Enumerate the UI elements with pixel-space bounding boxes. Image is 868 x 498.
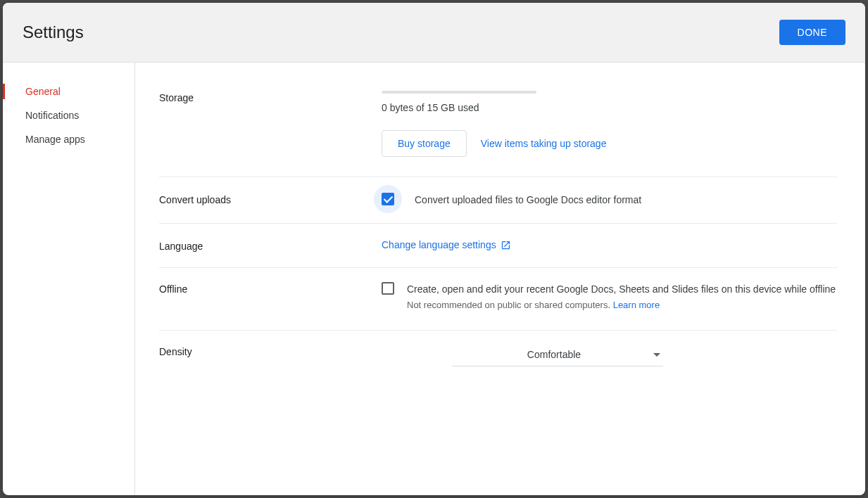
change-language-link[interactable]: Change language settings	[382, 239, 511, 250]
settings-dialog: Settings DONE General Notifications Mana…	[3, 3, 865, 495]
sidebar-item-notifications[interactable]: Notifications	[3, 103, 134, 127]
settings-sidebar: General Notifications Manage apps	[3, 63, 135, 495]
learn-more-link[interactable]: Learn more	[613, 300, 660, 310]
buy-storage-button[interactable]: Buy storage	[382, 130, 467, 157]
section-body: Comfortable	[382, 345, 837, 366]
storage-usage-text: 0 bytes of 15 GB used	[382, 102, 837, 113]
section-language: Language Change language settings	[159, 224, 837, 268]
settings-content: Storage 0 bytes of 15 GB used Buy storag…	[135, 63, 865, 495]
storage-progress-bar	[382, 91, 536, 94]
section-body: Create, open and edit your recent Google…	[382, 282, 837, 310]
hint-text: Not recommended on public or shared comp…	[407, 300, 613, 310]
section-label: Offline	[159, 282, 382, 310]
section-label: Language	[159, 239, 382, 252]
section-label: Density	[159, 345, 382, 366]
convert-uploads-checkbox[interactable]	[382, 193, 394, 205]
section-convert-uploads: Convert uploads Convert uploaded files t…	[159, 177, 837, 224]
offline-checkbox[interactable]	[382, 282, 394, 295]
dialog-body: General Notifications Manage apps Storag…	[3, 63, 865, 495]
check-icon	[386, 196, 391, 203]
section-offline: Offline Create, open and edit your recen…	[159, 268, 837, 331]
sidebar-item-label: Notifications	[25, 110, 79, 121]
section-label: Storage	[159, 91, 382, 157]
external-link-icon	[501, 240, 511, 250]
convert-uploads-option: Convert uploaded files to Google Docs ed…	[382, 193, 837, 208]
dialog-title: Settings	[23, 23, 84, 42]
section-density: Density Comfortable	[159, 331, 837, 386]
sidebar-item-label: General	[25, 86, 61, 97]
sidebar-item-label: Manage apps	[25, 134, 85, 145]
offline-hint: Not recommended on public or shared comp…	[407, 300, 837, 310]
section-body: Convert uploaded files to Google Docs ed…	[382, 193, 837, 208]
checkbox-label: Create, open and edit your recent Google…	[407, 282, 837, 297]
section-body: 0 bytes of 15 GB used Buy storage View i…	[382, 91, 837, 157]
done-button[interactable]: DONE	[779, 20, 845, 45]
view-storage-items-link[interactable]: View items taking up storage	[481, 138, 607, 149]
checkbox-focus-halo	[374, 185, 402, 213]
density-dropdown[interactable]: Comfortable	[452, 345, 663, 366]
dialog-header: Settings DONE	[3, 3, 865, 63]
section-label: Convert uploads	[159, 193, 382, 208]
checkbox-label: Convert uploaded files to Google Docs ed…	[415, 193, 641, 208]
offline-option: Create, open and edit your recent Google…	[382, 282, 837, 310]
storage-actions: Buy storage View items taking up storage	[382, 130, 837, 157]
chevron-down-icon	[653, 353, 660, 357]
link-label: Change language settings	[382, 239, 496, 250]
section-body: Change language settings	[382, 239, 837, 252]
sidebar-item-general[interactable]: General	[3, 79, 134, 103]
sidebar-item-manage-apps[interactable]: Manage apps	[3, 127, 134, 151]
dropdown-value: Comfortable	[455, 349, 653, 360]
section-storage: Storage 0 bytes of 15 GB used Buy storag…	[159, 77, 837, 177]
